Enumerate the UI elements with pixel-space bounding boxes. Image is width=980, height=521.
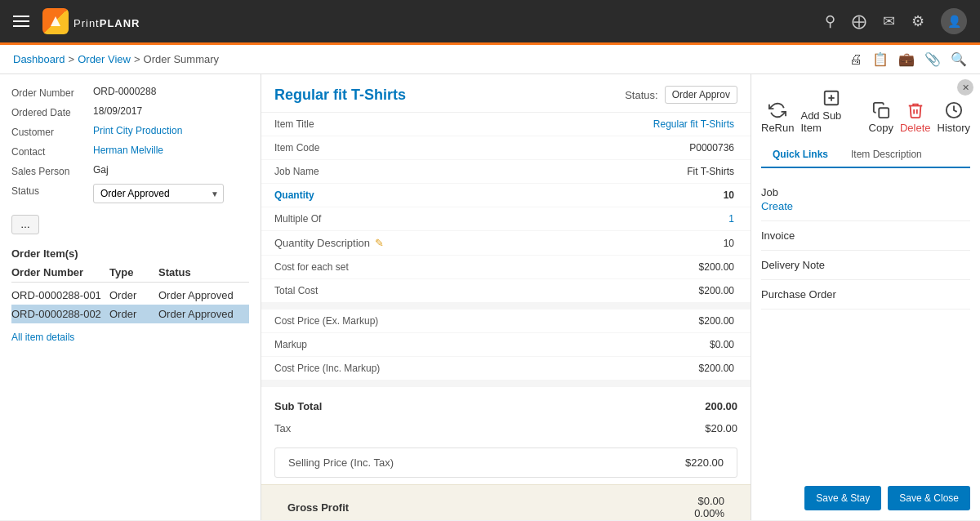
right-panel-footer: Save & Stay Save & Close bbox=[751, 476, 980, 520]
subtotal-row: Sub Total 200.00 bbox=[274, 395, 737, 417]
items-header: Order Number Type Status bbox=[11, 266, 249, 283]
copy-button[interactable]: Copy bbox=[869, 101, 893, 134]
top-nav: PrintPLANR ⚲ ⨁ ✉ ⚙ 👤 bbox=[0, 0, 980, 42]
cost-table: Cost Price (Ex. Markup) $200.00 Markup $… bbox=[261, 309, 751, 381]
clipboard-icon[interactable]: 📋 bbox=[872, 51, 889, 67]
quick-link-purchase-order: Purchase Order bbox=[761, 280, 970, 309]
all-items-link[interactable]: All item details bbox=[11, 332, 249, 343]
item-header: Regular fit T-Shirts Status: Order Appro… bbox=[261, 74, 751, 113]
tax-row: Tax $20.00 bbox=[274, 417, 737, 439]
row-item-title: Item Title Regular fit T-Shirts bbox=[261, 113, 751, 136]
job-create-link[interactable]: Create bbox=[761, 200, 970, 212]
search2-icon[interactable]: 🔍 bbox=[951, 51, 967, 67]
logo-text: PrintPLANR bbox=[74, 12, 140, 31]
close-button[interactable]: ✕ bbox=[957, 79, 973, 96]
tab-quick-links[interactable]: Quick Links bbox=[761, 142, 840, 168]
save-close-button[interactable]: Save & Close bbox=[888, 486, 970, 510]
gross-values: $0.00 0.00% bbox=[694, 495, 724, 519]
order-item-row-2[interactable]: ORD-0000288-002 Order Order Approved bbox=[11, 305, 249, 323]
paperclip-icon[interactable]: 📎 bbox=[924, 51, 941, 67]
col-type: Type bbox=[109, 266, 158, 278]
row-quantity: Quantity 10 bbox=[261, 184, 751, 207]
print-icon[interactable]: 🖨 bbox=[849, 52, 862, 67]
quick-link-invoice: Invoice bbox=[761, 221, 970, 251]
left-panel: Order Number ORD-0000288 Ordered Date 18… bbox=[0, 74, 261, 520]
item-title: Regular fit T-Shirts bbox=[274, 87, 406, 104]
right-panel: ✕ ReRun Add Sub Item bbox=[751, 74, 980, 520]
selling-row: Selling Price (Inc. Tax) $220.00 bbox=[288, 456, 724, 469]
selling-section: Selling Price (Inc. Tax) $220.00 bbox=[274, 448, 737, 478]
delete-button[interactable]: Delete bbox=[900, 101, 931, 134]
breadcrumb-order-view[interactable]: Order View bbox=[78, 53, 131, 65]
field-order-number: Order Number ORD-0000288 bbox=[11, 86, 249, 99]
section-divider-2 bbox=[261, 381, 751, 387]
dots-button[interactable]: … bbox=[11, 215, 39, 234]
row-cost-ex-markup: Cost Price (Ex. Markup) $200.00 bbox=[261, 309, 751, 333]
add-sub-item-button[interactable]: Add Sub Item bbox=[800, 89, 862, 134]
breadcrumb-bar: Dashboard > Order View > Order Summary 🖨… bbox=[0, 45, 980, 74]
user-avatar[interactable]: 👤 bbox=[941, 8, 967, 34]
field-customer: Customer Print City Production bbox=[11, 125, 249, 138]
order-items-section: Order Item(s) Order Number Type Status O… bbox=[11, 247, 249, 343]
center-panel: Regular fit T-Shirts Status: Order Appro… bbox=[261, 74, 751, 520]
breadcrumb: Dashboard > Order View > Order Summary bbox=[13, 53, 219, 65]
svg-rect-3 bbox=[879, 108, 889, 118]
save-stay-button[interactable]: Save & Stay bbox=[804, 486, 881, 510]
field-status: Status Order Approved Pending Completed … bbox=[11, 184, 249, 203]
field-contact: Contact Herman Melville bbox=[11, 145, 249, 158]
gross-section: Gross Profit $0.00 0.00% bbox=[261, 484, 751, 520]
totals-section: Sub Total 200.00 Tax $20.00 bbox=[261, 387, 751, 448]
field-sales-person: Sales Person Gaj bbox=[11, 164, 249, 177]
logo-icon bbox=[42, 8, 69, 34]
tab-item-description[interactable]: Item Description bbox=[840, 142, 933, 168]
breadcrumb-dashboard[interactable]: Dashboard bbox=[13, 53, 65, 65]
plus-circle-icon[interactable]: ⨁ bbox=[852, 12, 866, 30]
row-job-name: Job Name Fit T-Shirts bbox=[261, 160, 751, 184]
mail-icon[interactable]: ✉ bbox=[883, 12, 895, 30]
row-total-cost: Total Cost $200.00 bbox=[261, 279, 751, 303]
hamburger-menu[interactable] bbox=[13, 16, 29, 27]
tabs: Quick Links Item Description bbox=[761, 142, 970, 168]
gear-icon[interactable]: ⚙ bbox=[911, 12, 924, 30]
section-divider-1 bbox=[261, 303, 751, 309]
row-cost-per-set: Cost for each set $200.00 bbox=[261, 256, 751, 279]
edit-qty-desc-icon[interactable]: ✎ bbox=[375, 237, 384, 249]
field-ordered-date: Ordered Date 18/09/2017 bbox=[11, 105, 249, 118]
row-qty-desc: Quantity Description ✎ 10 bbox=[261, 231, 751, 256]
quick-link-delivery-note: Delivery Note bbox=[761, 251, 970, 280]
briefcase-icon[interactable]: 💼 bbox=[898, 51, 915, 67]
action-icons: ReRun Add Sub Item Copy bbox=[761, 82, 970, 142]
main-layout: Order Number ORD-0000288 Ordered Date 18… bbox=[0, 74, 980, 520]
row-markup: Markup $0.00 bbox=[261, 333, 751, 357]
status-label: Status: bbox=[625, 89, 657, 101]
status-select[interactable]: Order Approved Pending Completed Cancell… bbox=[93, 184, 224, 203]
quick-links-section: Job Create Invoice Delivery Note Purchas… bbox=[751, 168, 980, 319]
status-badge-area: Status: Order Approv bbox=[625, 86, 737, 104]
detail-table: Item Title Regular fit T-Shirts Item Cod… bbox=[261, 113, 751, 303]
row-cost-inc-markup: Cost Price (Inc. Markup) $200.00 bbox=[261, 357, 751, 381]
status-badge: Order Approv bbox=[665, 86, 737, 104]
history-button[interactable]: History bbox=[938, 101, 970, 134]
breadcrumb-current: Order Summary bbox=[144, 53, 219, 65]
search-icon[interactable]: ⚲ bbox=[825, 12, 835, 30]
logo: PrintPLANR bbox=[42, 8, 140, 34]
row-multiple-of: Multiple Of 1 bbox=[261, 207, 751, 231]
rerun-button[interactable]: ReRun bbox=[761, 101, 794, 134]
col-order-number: Order Number bbox=[11, 266, 109, 278]
col-status: Status bbox=[158, 266, 249, 278]
row-item-code: Item Code P0000736 bbox=[261, 136, 751, 160]
quick-link-job: Job Create bbox=[761, 178, 970, 221]
order-items-title: Order Item(s) bbox=[11, 247, 249, 260]
order-item-row-1[interactable]: ORD-0000288-001 Order Order Approved bbox=[11, 286, 249, 305]
right-panel-top: ✕ ReRun Add Sub Item bbox=[751, 74, 980, 168]
